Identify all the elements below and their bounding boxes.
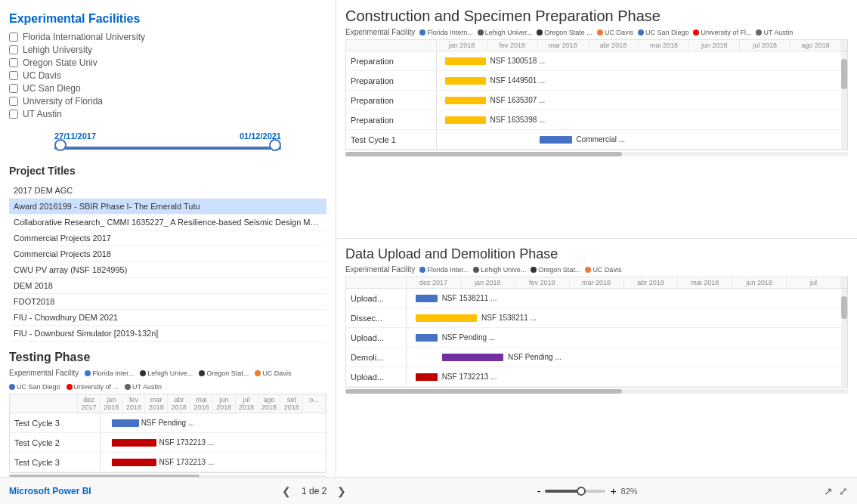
facility-item-1[interactable]: Lehigh University [9, 45, 326, 55]
upload-month-0: dez 2017 [407, 277, 461, 288]
zoom-slider[interactable] [545, 490, 605, 493]
facility-checkbox-1[interactable] [9, 45, 18, 54]
upload-scroll-h[interactable] [345, 389, 848, 394]
zoom-handle[interactable] [577, 487, 586, 496]
const-month-6: jul 2018 [740, 40, 790, 51]
testing-row-1: Test Cycle 2 NSF 1732213 ... [10, 433, 326, 453]
construction-dot-5 [693, 29, 699, 36]
construction-legend-6: UT Austin [756, 29, 793, 36]
facility-label-4: UC San Diego [23, 83, 81, 94]
const-month-7: ago 2018 [790, 40, 841, 51]
upload-dot-0 [419, 267, 425, 273]
project-item-5[interactable]: CWU PV array (NSF 1824995) [9, 262, 326, 278]
slider-handle-right[interactable] [269, 139, 281, 151]
slider-handle-left[interactable] [54, 139, 67, 151]
upload-legend-label-2: Oregon Stat... [538, 266, 580, 274]
upload-row-label-1: Dissec... [346, 308, 407, 327]
facility-checkbox-0[interactable] [9, 32, 18, 42]
upload-month-6: jun 2018 [732, 277, 787, 288]
testing-legend: Experimental Facility Florida Inter... L… [9, 369, 326, 391]
facility-item-3[interactable]: UC Davis [9, 70, 326, 81]
upload-month-3: mar 2018 [570, 277, 624, 288]
upload-legend-2: Oregon Stat... [531, 266, 580, 274]
testing-legend-5: University of ... [67, 383, 119, 391]
upload-row-cell-3: NSF Pending ... [407, 348, 847, 366]
const-bar-3 [445, 116, 486, 124]
construction-scroll-h[interactable] [345, 152, 848, 156]
project-item-8[interactable]: FIU - Chowdhury DEM 2021 [9, 310, 326, 326]
projects-title: Project Titles [9, 165, 326, 177]
project-item-6[interactable]: DEM 2018 [9, 278, 326, 294]
facility-item-5[interactable]: University of Florida [9, 96, 326, 107]
testing-scroll-h[interactable] [9, 475, 326, 477]
const-vscroll-header [841, 40, 847, 51]
construction-row-4: Test Cycle 1 Commercial ... [346, 130, 847, 150]
zoom-plus-button[interactable]: + [610, 485, 616, 497]
facility-item-0[interactable]: Florida International University [9, 32, 326, 42]
project-item-2[interactable]: Collaborative Research_ CMMI 1635227_ A … [9, 215, 326, 230]
const-bar-0 [445, 57, 486, 65]
testing-legend-3: UC Davis [255, 369, 291, 377]
testing-nsf-1: NSF 1732213 ... [159, 438, 214, 447]
testing-months-spacer [10, 394, 78, 413]
construction-legend: Experimental Facility Florida Intern... … [345, 28, 848, 36]
facility-checkbox-6[interactable] [9, 110, 18, 119]
construction-title: Construction and Specimen Preparation Ph… [345, 8, 848, 25]
upload-legend-1: Lehigh Unive... [473, 266, 526, 274]
construction-dot-1 [478, 29, 484, 36]
next-page-button[interactable]: ❯ [333, 484, 351, 499]
const-bar-2 [445, 97, 486, 104]
upload-legend-label-1: Lehigh Unive... [481, 266, 526, 274]
testing-row-cell-1: NSF 1732213 ... [101, 433, 326, 452]
construction-dot-2 [537, 29, 543, 36]
testing-bar-0 [112, 419, 139, 427]
const-month-5: jun 2018 [689, 40, 740, 51]
project-item-7[interactable]: FDOT2018 [9, 294, 326, 310]
testing-month-10: o... [303, 394, 326, 413]
facility-checkbox-5[interactable] [9, 97, 18, 106]
facility-item-6[interactable]: UT Austin [9, 109, 326, 119]
upload-bar-0 [416, 295, 438, 302]
upload-gantt: dez 2017 jan 2018 fev 2018 mar 2018 abr … [345, 277, 848, 388]
construction-row-cell-1: NSF 1449501 ... [437, 71, 847, 90]
facility-item-2[interactable]: Oregon State Univ [9, 57, 326, 68]
project-item-0[interactable]: 2017 DEM AGC [9, 183, 326, 199]
construction-legend-4: UC San Diego [638, 29, 689, 36]
upload-bar-3 [442, 354, 504, 361]
testing-months-row: dez 2017 jan 2018 fev 2018 mar 2018 abr … [10, 394, 326, 413]
share-button[interactable]: ↗ [824, 485, 833, 497]
powerbi-link[interactable]: Microsoft Power BI [9, 486, 91, 496]
construction-vscroll-thumb [841, 59, 847, 89]
testing-legend-label-1: Lehigh Unive... [147, 369, 193, 377]
upload-vscroll-thumb [841, 296, 847, 319]
construction-row-cell-4: Commercial ... [437, 130, 847, 149]
expand-button[interactable]: ⤢ [839, 485, 848, 497]
testing-dot-5 [67, 384, 73, 390]
construction-row-cell-2: NSF 1635307 ... [437, 91, 847, 110]
project-item-4[interactable]: Commercial Projects 2018 [9, 246, 326, 262]
zoom-minus-button[interactable]: - [537, 485, 541, 497]
facility-checkbox-3[interactable] [9, 71, 18, 80]
const-month-4: mai 2018 [639, 40, 690, 51]
upload-month-2: fev 2018 [515, 277, 570, 288]
zoom-bar: - + 82% [537, 485, 638, 497]
bottom-bar: Microsoft Power BI ❮ 1 de 2 ❯ - + 82% ↗ … [0, 477, 857, 504]
facility-item-4[interactable]: UC San Diego [9, 83, 326, 94]
upload-months-row: dez 2017 jan 2018 fev 2018 mar 2018 abr … [346, 277, 847, 289]
const-nsf-1: NSF 1449501 ... [490, 76, 546, 85]
project-item-9[interactable]: FIU - Downburst Simulator [2019-132n] [9, 326, 326, 342]
construction-legend-3: UC Davis [597, 29, 633, 36]
project-item-1[interactable]: Award 2016199 - SBIR Phase I- The Emeral… [9, 199, 326, 215]
construction-row-label-1: Preparation [346, 71, 437, 90]
testing-dot-0 [85, 370, 91, 376]
testing-month-8: ago 2018 [258, 394, 281, 413]
prev-page-button[interactable]: ❮ [277, 484, 295, 499]
facility-checkbox-4[interactable] [9, 84, 18, 93]
upload-month-7: jul [787, 277, 841, 288]
project-item-3[interactable]: Commercial Projects 2017 [9, 230, 326, 246]
testing-month-7: jul 2018 [236, 394, 258, 413]
upload-legend-3: UC Davis [585, 266, 621, 274]
facility-checkbox-2[interactable] [9, 58, 18, 67]
project-list: 2017 DEM AGC Award 2016199 - SBIR Phase … [9, 183, 326, 342]
construction-legend-label-0: Florida Intern... [427, 29, 473, 36]
